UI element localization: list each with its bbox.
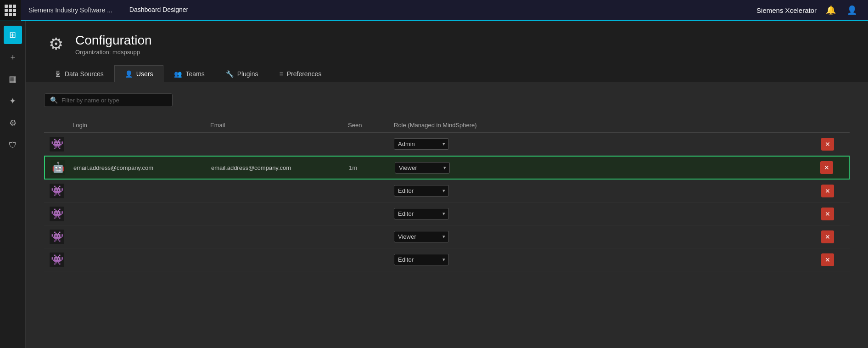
search-container: 🔍 bbox=[44, 93, 850, 107]
search-input-wrap: 🔍 bbox=[44, 93, 173, 107]
top-nav-left: Siemens Industry Software ... Dashboard … bbox=[0, 0, 747, 21]
grid-menu-icon bbox=[5, 5, 16, 16]
role-select-wrapper: Admin Editor Viewer bbox=[394, 208, 449, 219]
search-input[interactable] bbox=[62, 97, 167, 104]
user-seen: 1m bbox=[349, 164, 395, 171]
grid-icon: ▦ bbox=[9, 74, 17, 84]
app-grid-button[interactable] bbox=[0, 0, 21, 21]
avatar: 🤖 bbox=[50, 160, 65, 175]
role-cell: Admin Editor Viewer bbox=[394, 138, 821, 150]
role-dropdown[interactable]: Admin Editor Viewer bbox=[394, 138, 449, 150]
avatar: 👾 bbox=[50, 184, 64, 198]
users-table: Login Email Seen Role (Managed in MindSp… bbox=[44, 118, 850, 271]
role-cell: Admin Editor Viewer bbox=[394, 208, 821, 219]
main-content: 🔍 Login Email Seen Role (Managed in Mind… bbox=[26, 82, 868, 282]
config-title-text: Configuration Organization: mdspsupp bbox=[75, 33, 152, 56]
role-select-wrapper: Admin Editor Viewer bbox=[394, 254, 449, 265]
search-icon: 🔍 bbox=[50, 96, 58, 104]
col-email-header: Email bbox=[210, 122, 348, 129]
star-compass-icon: ✦ bbox=[9, 96, 16, 106]
dashboard-squares-icon: ⊞ bbox=[9, 30, 16, 40]
role-select-wrapper: Admin Editor Viewer bbox=[394, 138, 449, 150]
data-sources-icon: 🗄 bbox=[55, 70, 61, 78]
delete-cell: ✕ bbox=[820, 161, 843, 174]
delete-user-button[interactable]: ✕ bbox=[821, 230, 834, 243]
col-login-header: Login bbox=[73, 122, 210, 129]
role-cell: Admin Editor Viewer bbox=[394, 231, 821, 242]
delete-user-button[interactable]: ✕ bbox=[821, 185, 834, 197]
user-email-cell: email.address@company.com bbox=[211, 164, 349, 171]
table-row: 👾 Admin Editor Viewer bbox=[44, 248, 850, 271]
delete-cell: ✕ bbox=[821, 253, 844, 266]
table-header: Login Email Seen Role (Managed in MindSp… bbox=[44, 118, 850, 133]
role-dropdown[interactable]: Admin Editor Viewer bbox=[394, 208, 449, 219]
add-icon: ＋ bbox=[9, 51, 17, 62]
tab-preferences[interactable]: ≡ Preferences bbox=[269, 65, 332, 82]
main-layout: ⊞ ＋ ▦ ✦ ⚙ 🛡 ⚙ Configuration Organization… bbox=[0, 21, 868, 348]
users-icon: 👤 bbox=[125, 70, 133, 78]
config-title-row: ⚙ Configuration Organization: mdspsupp bbox=[44, 32, 850, 56]
delete-cell: ✕ bbox=[821, 230, 844, 243]
table-row: 👾 Admin Editor Viewer bbox=[44, 202, 850, 225]
config-header: ⚙ Configuration Organization: mdspsupp 🗄… bbox=[26, 21, 868, 82]
teams-icon: 👥 bbox=[174, 70, 182, 78]
gear-icon: ⚙ bbox=[9, 118, 17, 128]
avatar: 👾 bbox=[50, 253, 64, 267]
user-login: email.address@company.com bbox=[73, 164, 211, 171]
sidebar-item-add[interactable]: ＋ bbox=[4, 48, 22, 66]
user-profile-button[interactable]: 👤 bbox=[845, 3, 859, 17]
delete-user-button[interactable]: ✕ bbox=[821, 253, 834, 266]
config-gear-icon: ⚙ bbox=[44, 32, 68, 56]
sidebar-item-explore[interactable]: ✦ bbox=[4, 92, 22, 110]
table-row-highlighted: 🤖 email.address@company.com email.addres… bbox=[44, 156, 850, 180]
avatar: 👾 bbox=[50, 207, 64, 221]
col-avatar-header bbox=[50, 122, 73, 129]
delete-user-button[interactable]: ✕ bbox=[821, 208, 834, 220]
content-area: ⚙ Configuration Organization: mdspsupp 🗄… bbox=[26, 21, 868, 348]
table-row: 👾 Admin Editor Viewer bbox=[44, 133, 850, 156]
preferences-icon: ≡ bbox=[280, 70, 283, 78]
app-name: Siemens Industry Software ... bbox=[21, 0, 120, 21]
col-seen-header: Seen bbox=[348, 122, 394, 129]
tab-teams[interactable]: 👥 Teams bbox=[163, 65, 215, 82]
col-role-header: Role (Managed in MindSphere) bbox=[394, 122, 821, 129]
table-row: 👾 Admin Editor Viewer bbox=[44, 180, 850, 202]
sidebar-item-dashboard[interactable]: ⊞ bbox=[4, 26, 22, 44]
delete-cell: ✕ bbox=[821, 185, 844, 197]
delete-cell: ✕ bbox=[821, 208, 844, 220]
tab-users[interactable]: 👤 Users bbox=[114, 65, 164, 82]
config-subtitle: Organization: mdspsupp bbox=[75, 49, 152, 56]
avatar: 👾 bbox=[50, 230, 64, 244]
role-select-wrapper: Admin Editor Viewer bbox=[394, 231, 449, 242]
sidebar-item-shield[interactable]: 🛡 bbox=[4, 136, 22, 154]
plugins-icon: 🔧 bbox=[226, 70, 234, 78]
role-select-wrapper: Admin Editor Viewer bbox=[394, 185, 449, 196]
col-action-header bbox=[821, 122, 844, 129]
sidebar: ⊞ ＋ ▦ ✦ ⚙ 🛡 bbox=[0, 21, 26, 348]
config-tabs: 🗄 Data Sources 👤 Users 👥 Teams 🔧 Plugins… bbox=[44, 65, 850, 82]
shield-icon: 🛡 bbox=[9, 140, 17, 150]
role-cell: Admin Editor Viewer bbox=[394, 185, 821, 196]
role-cell: Admin Editor Viewer bbox=[394, 254, 821, 265]
avatar: 👾 bbox=[50, 137, 64, 152]
role-dropdown[interactable]: Admin Editor Viewer bbox=[394, 254, 449, 265]
sidebar-item-grid[interactable]: ▦ bbox=[4, 70, 22, 88]
table-row: 👾 Admin Editor Viewer bbox=[44, 225, 850, 248]
tab-plugins[interactable]: 🔧 Plugins bbox=[215, 65, 269, 82]
delete-user-button[interactable]: ✕ bbox=[821, 138, 834, 151]
role-dropdown[interactable]: Admin Editor Viewer bbox=[394, 231, 449, 242]
tab-data-sources[interactable]: 🗄 Data Sources bbox=[44, 65, 114, 82]
top-nav-right: Siemens Xcelerator 🔔 👤 bbox=[747, 3, 868, 17]
delete-cell: ✕ bbox=[821, 138, 844, 151]
notification-bell-button[interactable]: 🔔 bbox=[824, 3, 838, 17]
nav-tab-dashboard-designer[interactable]: Dashboard Designer bbox=[120, 0, 197, 21]
role-select-wrapper: Admin Editor Viewer bbox=[395, 162, 450, 174]
brand-name: Siemens Xcelerator bbox=[756, 6, 817, 14]
role-cell: Admin Editor Viewer bbox=[395, 162, 820, 174]
role-dropdown[interactable]: Admin Editor Viewer bbox=[394, 185, 449, 196]
delete-user-button[interactable]: ✕ bbox=[820, 161, 833, 174]
role-dropdown[interactable]: Admin Editor Viewer bbox=[395, 162, 450, 174]
sidebar-item-settings[interactable]: ⚙ bbox=[4, 114, 22, 132]
config-title: Configuration bbox=[75, 33, 152, 48]
top-nav: Siemens Industry Software ... Dashboard … bbox=[0, 0, 868, 21]
